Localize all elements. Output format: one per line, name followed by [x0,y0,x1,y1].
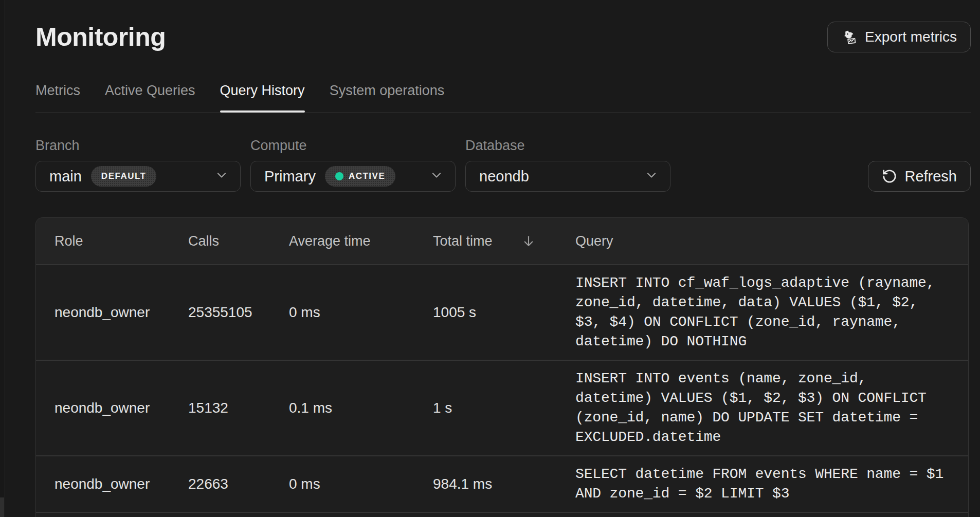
tab-metrics[interactable]: Metrics [35,82,80,112]
database-filter: Database neondb [465,137,670,192]
cell-average-time: 0 ms [289,304,433,321]
tab-query-history[interactable]: Query History [220,82,305,112]
cell-role: neondb_owner [55,476,188,492]
rail-scroll-thumb[interactable] [0,497,4,517]
column-header-query[interactable]: Query [575,233,950,249]
monitoring-page: Monitoring Export metrics Metrics Active… [5,0,980,517]
cell-role: neondb_owner [55,304,188,321]
column-header-average-time[interactable]: Average time [289,233,433,249]
page-title: Monitoring [35,22,166,52]
cell-average-time: 0.1 ms [289,400,433,416]
tab-bar: Metrics Active Queries Query History Sys… [35,82,971,113]
column-header-role[interactable]: Role [55,233,188,249]
cell-query: SELECT datetime FROM events WHERE name =… [575,456,950,512]
export-metrics-label: Export metrics [865,29,957,45]
filter-bar: Branch main DEFAULT Compute Primary ACTI… [35,137,971,192]
left-rail [0,0,5,517]
cell-average-time: 0 ms [289,476,433,492]
cell-role: neondb_owner [55,400,188,416]
query-history-table: Role Calls Average time Total time Query… [35,217,969,517]
cell-total-time: 1 s [433,400,575,416]
active-badge: ACTIVE [325,166,395,187]
default-badge: DEFAULT [91,166,157,187]
status-dot [335,172,343,180]
cell-query: INSERT INTO events (name, zone_id, datet… [575,361,950,455]
refresh-icon [882,169,897,184]
table-row-partial [36,512,968,517]
table-row[interactable]: neondb_owner 15132 0.1 ms 1 s INSERT INT… [36,360,968,455]
compute-select[interactable]: Primary ACTIVE [250,161,456,192]
database-label: Database [465,137,670,154]
compute-label: Compute [250,137,456,154]
cell-calls: 15132 [188,400,289,416]
compute-value: Primary [264,168,316,185]
tab-system-operations[interactable]: System operations [330,82,445,112]
database-select[interactable]: neondb [465,161,670,192]
chevron-down-icon [644,168,659,184]
refresh-label: Refresh [904,168,957,185]
table-header-row: Role Calls Average time Total time Query [36,218,968,264]
cell-total-time: 984.1 ms [433,476,575,492]
branch-label: Branch [35,137,241,154]
refresh-wrap: Refresh [868,161,971,192]
cell-calls: 25355105 [188,304,289,321]
table-row[interactable]: neondb_owner 25355105 0 ms 1005 s INSERT… [36,264,968,360]
table-row[interactable]: neondb_owner 22663 0 ms 984.1 ms SELECT … [36,455,968,512]
page-header: Monitoring Export metrics [35,22,971,52]
cell-calls: 22663 [188,476,289,492]
refresh-button[interactable]: Refresh [868,161,971,192]
branch-select[interactable]: main DEFAULT [35,161,241,192]
branch-value: main [49,168,82,185]
chevron-down-icon [214,168,229,184]
cell-query: INSERT INTO cf_waf_logs_adaptive (raynam… [575,265,950,360]
chevron-down-icon [429,168,444,184]
database-value: neondb [479,168,529,185]
cell-total-time: 1005 s [433,304,575,321]
column-header-calls[interactable]: Calls [188,233,289,249]
datadog-icon [841,29,858,45]
column-header-total-time[interactable]: Total time [433,233,575,249]
tab-active-queries[interactable]: Active Queries [105,82,195,112]
branch-filter: Branch main DEFAULT [35,137,241,192]
compute-filter: Compute Primary ACTIVE [250,137,456,192]
export-metrics-button[interactable]: Export metrics [827,22,971,52]
arrow-down-icon[interactable] [521,234,536,248]
